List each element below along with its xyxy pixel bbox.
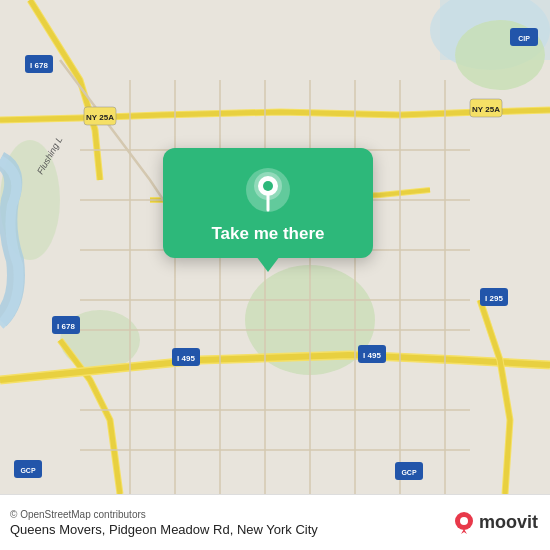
svg-text:NY 25A: NY 25A: [472, 105, 500, 114]
popup-card[interactable]: Take me there: [163, 148, 373, 258]
location-pin-icon: [244, 166, 292, 214]
svg-text:NY 25A: NY 25A: [86, 113, 114, 122]
moovit-text: moovit: [479, 512, 538, 533]
svg-text:I 495: I 495: [177, 354, 195, 363]
svg-text:I 678: I 678: [30, 61, 48, 70]
svg-text:I 678: I 678: [57, 322, 75, 331]
svg-point-48: [263, 181, 273, 191]
map-container: I 678 I 678 I 495 I 495 I 295 NY 25A NY …: [0, 0, 550, 494]
svg-text:I 295: I 295: [485, 294, 503, 303]
svg-text:CIP: CIP: [518, 35, 530, 42]
svg-text:I 495: I 495: [363, 351, 381, 360]
bottom-bar: © OpenStreetMap contributors Queens Move…: [0, 494, 550, 550]
moovit-logo-icon: [453, 512, 475, 534]
svg-text:GCP: GCP: [401, 469, 417, 476]
moovit-logo: moovit: [453, 512, 538, 534]
svg-point-50: [460, 517, 468, 525]
take-me-there-button[interactable]: Take me there: [211, 224, 324, 244]
map-attribution: © OpenStreetMap contributors: [10, 509, 318, 520]
svg-text:GCP: GCP: [20, 467, 36, 474]
place-name-label: Queens Movers, Pidgeon Meadow Rd, New Yo…: [10, 522, 318, 537]
bottom-bar-info: © OpenStreetMap contributors Queens Move…: [10, 509, 318, 537]
